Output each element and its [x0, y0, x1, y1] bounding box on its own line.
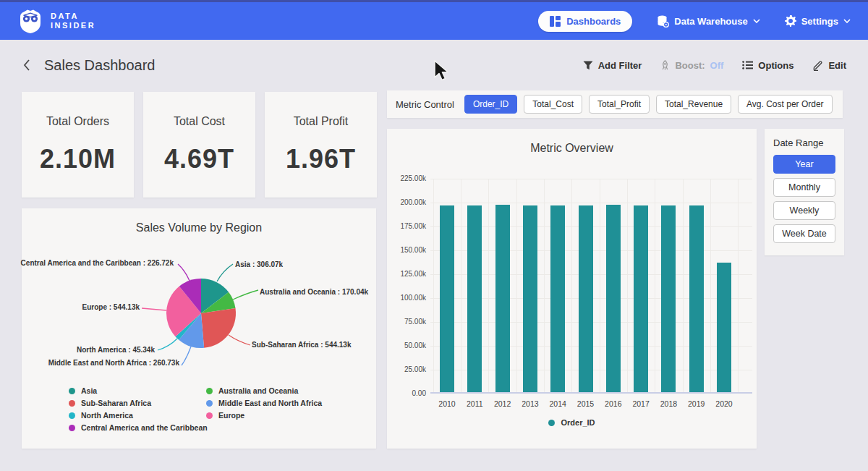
date-range-buttons: YearMonthlyWeeklyWeek Date	[773, 155, 835, 243]
x-axis-tick-2013: 2013	[516, 399, 544, 408]
navbar-menu: Dashboards Data Warehouse Settings	[538, 11, 851, 32]
bar-2016[interactable]	[606, 205, 621, 392]
gear-icon	[785, 15, 796, 27]
legend-dot	[69, 400, 75, 407]
brand-text: DATA INSIDER	[51, 12, 95, 30]
kpi-value: 4.69T	[164, 144, 234, 174]
x-axis-tick-2011: 2011	[461, 399, 488, 408]
y-axis-tick: 25.00k	[387, 365, 426, 373]
edit-button[interactable]: Edit	[812, 60, 846, 71]
vertical-gridline	[683, 179, 684, 392]
legend-text: Asia	[81, 386, 97, 395]
legend-dot	[206, 388, 213, 394]
legend-item-sub-saharan-africa[interactable]: Sub-Saharan Africa	[69, 399, 208, 407]
brand-line1: DATA	[51, 12, 95, 21]
legend-item-asia[interactable]: Asia	[69, 386, 208, 395]
pie-label-line-north-america	[158, 339, 177, 350]
y-axis-tick: 100.00k	[387, 294, 426, 302]
pie-label-north-america: North America : 45.34k	[77, 346, 155, 354]
legend-item-central-america-and-the-caribbean[interactable]: Central America and the Caribbean	[69, 423, 208, 432]
boost-toggle[interactable]: Boost: Off	[660, 60, 723, 71]
pie-legend-column-1: AsiaSub-Saharan AfricaNorth AmericaCentr…	[69, 386, 208, 432]
pie-chart-card: Sales Volume by Region Asia : 306.07kAus…	[22, 208, 376, 449]
pie-slice-sub-saharan-africa[interactable]	[201, 308, 236, 348]
settings-label: Settings	[801, 16, 838, 27]
x-axis-tick-2018: 2018	[655, 399, 682, 408]
legend-dot	[548, 420, 555, 426]
y-axis-tick: 200.00k	[387, 198, 426, 206]
y-axis-tick: 50.00k	[387, 341, 426, 349]
bar-2013[interactable]	[523, 205, 537, 392]
kpi-card-total-profit: Total Profit 1.96T	[265, 92, 377, 198]
legend-dot	[206, 412, 213, 419]
legend-dot	[206, 400, 213, 407]
metric-option-total-revenue[interactable]: Total_Revenue	[656, 95, 731, 114]
legend-text: Australia and Oceania	[218, 386, 298, 395]
top-navbar: DATA INSIDER Dashboards Data Warehouse	[0, 0, 868, 40]
settings-menu[interactable]: Settings	[785, 15, 851, 27]
legend-label: Order_ID	[561, 418, 595, 427]
pie-legend-column-2: Australia and OceaniaMiddle East and Nor…	[206, 386, 322, 420]
date-range-label: Date Range	[773, 137, 835, 148]
brand-line2: INSIDER	[51, 21, 95, 30]
pie-label-sub-saharan-africa: Sub-Saharan Africa : 544.13k	[252, 341, 351, 349]
legend-item-north-america[interactable]: North America	[69, 411, 208, 420]
vertical-gridline	[710, 179, 711, 392]
bar-2010[interactable]	[440, 205, 454, 392]
legend-text: Sub-Saharan Africa	[81, 399, 151, 407]
kpi-card-total-cost: Total Cost 4.69T	[143, 92, 255, 198]
date-range-panel: Date Range YearMonthlyWeeklyWeek Date	[765, 129, 844, 255]
bar-2015[interactable]	[579, 205, 593, 392]
legend-item-australia-and-oceania[interactable]: Australia and Oceania	[206, 386, 322, 395]
pie-label-australia-and-oceania: Australia and Oceania : 170.04k	[260, 288, 368, 296]
y-axis-tick: 0.00	[387, 389, 426, 397]
bar-2020[interactable]	[717, 263, 731, 392]
brand-logo[interactable]: DATA INSIDER	[17, 8, 95, 35]
legend-item-europe[interactable]: Europe	[206, 411, 322, 420]
page-header: Sales Dashboard Add Filter Boost: Off Op…	[0, 42, 868, 88]
bar-2019[interactable]	[689, 205, 704, 392]
bar-2014[interactable]	[550, 205, 565, 392]
metric-option-total-profit[interactable]: Total_Profit	[589, 95, 650, 114]
metric-option-avg-cost-per-order[interactable]: Avg. Cost per Order	[738, 95, 833, 114]
date-range-option-weekly[interactable]: Weekly	[773, 201, 835, 220]
date-range-option-year[interactable]: Year	[773, 155, 835, 174]
y-axis-tick: 150.00k	[387, 246, 426, 254]
legend-text: Europe	[218, 411, 244, 420]
vertical-gridline	[600, 179, 600, 392]
legend-item-middle-east-and-north-africa[interactable]: Middle East and North Africa	[206, 399, 322, 407]
metric-option-total-cost[interactable]: Total_Cost	[524, 95, 582, 114]
x-axis-tick-2017: 2017	[627, 399, 655, 408]
vertical-gridline	[544, 179, 545, 392]
bar-2011[interactable]	[467, 205, 482, 392]
x-axis-tick-2020: 2020	[710, 399, 738, 408]
pie-label-line-central-america-and-the-caribbean	[178, 264, 190, 281]
vertical-gridline	[461, 179, 461, 392]
data-warehouse-menu[interactable]: Data Warehouse	[657, 15, 760, 27]
date-range-option-week-date[interactable]: Week Date	[773, 224, 835, 243]
back-button[interactable]	[22, 58, 31, 72]
bar-2018[interactable]	[661, 205, 676, 392]
bar-2012[interactable]	[495, 205, 510, 392]
pie-label-line-asia	[217, 264, 233, 281]
y-axis-tick: 75.00k	[387, 318, 426, 326]
chevron-down-icon	[843, 19, 851, 23]
add-filter-button[interactable]: Add Filter	[583, 60, 642, 71]
database-icon	[657, 15, 669, 27]
legend-dot	[69, 425, 75, 431]
pie-label-line-australia-and-oceania	[233, 290, 258, 300]
kpi-value: 1.96T	[286, 144, 356, 174]
legend-text: Middle East and North Africa	[218, 399, 322, 407]
metric-option-order-id[interactable]: Order_ID	[464, 95, 517, 114]
x-axis-tick-2010: 2010	[433, 399, 461, 408]
options-list-icon	[742, 61, 753, 69]
x-axis-tick-2019: 2019	[683, 399, 710, 408]
dashboards-button[interactable]: Dashboards	[538, 11, 632, 32]
date-range-option-monthly[interactable]: Monthly	[773, 178, 835, 197]
options-button[interactable]: Options	[742, 60, 793, 71]
bar-2017[interactable]	[634, 205, 648, 392]
kpi-label: Total Cost	[174, 115, 225, 128]
boost-value: Off	[710, 60, 724, 71]
boost-label: Boost:	[675, 60, 705, 71]
y-axis-tick: 225.00k	[387, 174, 426, 182]
